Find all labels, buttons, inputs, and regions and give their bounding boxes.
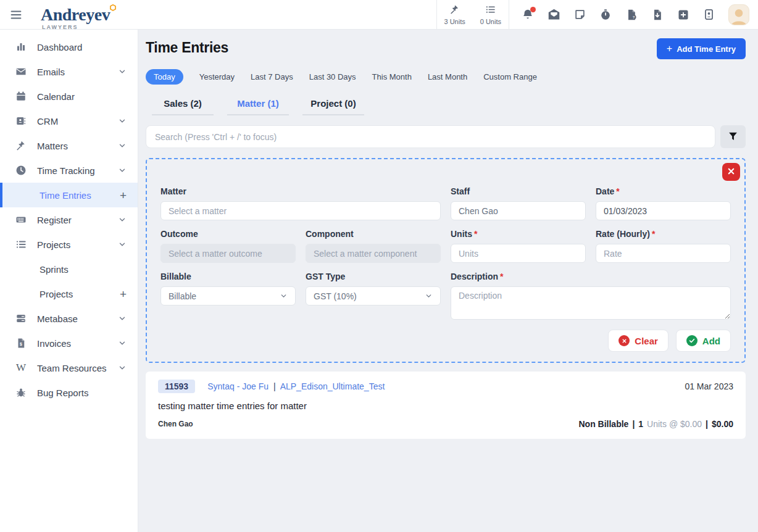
sidebar-item-time-tracking[interactable]: Time Tracking: [0, 158, 138, 183]
outcome-input: [160, 244, 296, 263]
keyboard-icon: [15, 214, 27, 225]
filter-button[interactable]: [720, 125, 746, 148]
date-filter-last-30-days[interactable]: Last 30 Days: [309, 72, 356, 81]
project-units-label: 0 Units: [480, 18, 501, 25]
sidebar-item-calendar[interactable]: Calendar: [0, 84, 138, 109]
timer-stopwatch-icon[interactable]: [599, 9, 612, 21]
bar-chart-icon: [15, 41, 27, 52]
project-units-counter[interactable]: 0 Units: [473, 0, 509, 29]
matter-units-counter[interactable]: 3 Units: [437, 0, 473, 29]
sidebar-item-emails[interactable]: Emails: [0, 59, 138, 84]
sidebar-item-dashboard[interactable]: Dashboard: [0, 35, 138, 59]
close-form-button[interactable]: [722, 163, 740, 181]
file-download-icon[interactable]: [651, 9, 664, 21]
contact-card-icon[interactable]: [703, 9, 715, 20]
tab-sales[interactable]: Sales (2): [152, 98, 214, 115]
date-input[interactable]: [596, 201, 731, 220]
add-button[interactable]: Add: [676, 330, 731, 352]
date-filter-yesterday[interactable]: Yesterday: [199, 72, 235, 81]
hexagon-icon: [109, 4, 117, 15]
required-mark: *: [500, 272, 503, 281]
matter-input[interactable]: [160, 201, 441, 220]
gst-type-field: GST Type GST (10%): [306, 272, 441, 320]
billable-select[interactable]: Billable: [160, 286, 296, 305]
sidebar-item-register[interactable]: Register: [0, 207, 138, 232]
inbox-mail-icon[interactable]: [548, 8, 560, 21]
component-label: Component: [306, 229, 441, 239]
search-input[interactable]: [146, 125, 715, 148]
units-input[interactable]: [451, 244, 586, 263]
w-icon: W: [15, 362, 27, 374]
page-title: Time Entries: [146, 39, 228, 56]
matter-link-primary: Syntaq - Joe Fu: [207, 381, 269, 391]
description-textarea[interactable]: [451, 286, 731, 320]
time-entry-card[interactable]: 11593 Syntaq - Joe Fu | ALP_Edison_Ultim…: [146, 372, 746, 439]
add-time-entry-button[interactable]: + Add Time Entry: [657, 38, 746, 59]
sidebar-item-bug-reports[interactable]: Bug Reports: [0, 380, 138, 405]
entry-header: 11593 Syntaq - Joe Fu | ALP_Edison_Ultim…: [158, 380, 733, 393]
rate-field: Rate (Hourly)*: [596, 229, 731, 263]
date-label: Date*: [596, 186, 731, 196]
required-mark: *: [616, 186, 619, 196]
sidebar-item-time-entries[interactable]: Time Entries +: [0, 183, 138, 207]
clear-button[interactable]: Clear: [608, 330, 668, 352]
entry-type-tabs: Sales (2) Matter (1) Project (0): [152, 98, 746, 115]
rate-input[interactable]: [596, 244, 731, 263]
add-check-icon: [686, 335, 698, 346]
entry-id-badge[interactable]: 11593: [158, 380, 195, 393]
sidebar-item-label: Bug Reports: [37, 388, 127, 398]
sidebar-item-sprints[interactable]: Sprints: [0, 257, 138, 281]
funnel-icon: [728, 131, 738, 143]
notification-dot: [530, 7, 536, 12]
sidebar-item-label: Calendar: [37, 91, 127, 102]
matter-link-secondary: ALP_Edison_Ultimate_Test: [280, 381, 385, 391]
date-filter-last-month[interactable]: Last Month: [428, 72, 467, 81]
required-mark: *: [474, 229, 477, 239]
notes-icon[interactable]: [574, 9, 586, 20]
date-filter-today[interactable]: Today: [146, 69, 183, 85]
entry-matter-link[interactable]: Syntaq - Joe Fu | ALP_Edison_Ultimate_Te…: [207, 381, 385, 391]
sidebar-item-invoices[interactable]: $ Invoices: [0, 331, 138, 355]
chevron-down-icon: [118, 67, 127, 76]
staff-label: Staff: [451, 186, 586, 196]
component-input: [306, 244, 441, 263]
sidebar-item-label: Projects: [37, 239, 118, 250]
date-filter-this-month[interactable]: This Month: [372, 72, 412, 81]
add-time-entry-quick-icon[interactable]: +: [120, 189, 127, 201]
quick-add-plus-icon[interactable]: [677, 9, 689, 21]
sidebar-item-crm[interactable]: CRM: [0, 109, 138, 133]
gst-type-select[interactable]: GST (10%): [306, 286, 441, 305]
sidebar-item-team-resources[interactable]: W Team Resources: [0, 355, 138, 380]
entry-billing-summary: Non Billable | 1 Units @ $0.00 | $0.00: [578, 419, 733, 429]
sidebar-item-projects-group[interactable]: Projects: [0, 232, 138, 257]
tab-matter[interactable]: Matter (1): [227, 98, 289, 115]
list-icon: [15, 239, 27, 250]
search-row: [146, 125, 746, 148]
tab-project[interactable]: Project (0): [302, 98, 364, 115]
notifications-bell-icon[interactable]: [522, 9, 534, 21]
brand-logo[interactable]: Andreyev LAWYERS: [41, 6, 110, 23]
units-counters: 3 Units 0 Units: [436, 0, 510, 29]
sidebar-item-label: Metabase: [37, 314, 118, 324]
file-question-icon[interactable]: ?: [625, 9, 638, 21]
billable-field: Billable Billable: [160, 272, 296, 320]
gavel-icon: [15, 140, 27, 151]
chevron-down-icon: [118, 240, 127, 249]
sidebar-item-matters[interactable]: Matters: [0, 133, 138, 158]
matter-label: Matter: [160, 186, 441, 196]
add-project-quick-icon[interactable]: +: [120, 288, 127, 300]
sidebar-item-label: Dashboard: [37, 42, 127, 52]
sidebar-item-projects[interactable]: Projects +: [0, 281, 138, 306]
bug-icon: [15, 387, 27, 398]
sidebar-item-metabase[interactable]: Metabase: [0, 306, 138, 331]
entry-description: testing matter time entries for matter: [158, 401, 733, 411]
hamburger-menu-icon[interactable]: [0, 8, 32, 22]
date-filter-last-7-days[interactable]: Last 7 Days: [251, 72, 293, 81]
staff-input[interactable]: [451, 201, 586, 220]
user-avatar[interactable]: [728, 4, 749, 25]
id-card-icon: [15, 115, 27, 127]
date-filter-custom-range[interactable]: Custom Range: [483, 72, 537, 81]
sidebar-item-label: Emails: [37, 67, 118, 77]
topbar: Andreyev LAWYERS 3 Units 0 Units: [0, 0, 758, 30]
chevron-down-icon: [118, 166, 127, 175]
